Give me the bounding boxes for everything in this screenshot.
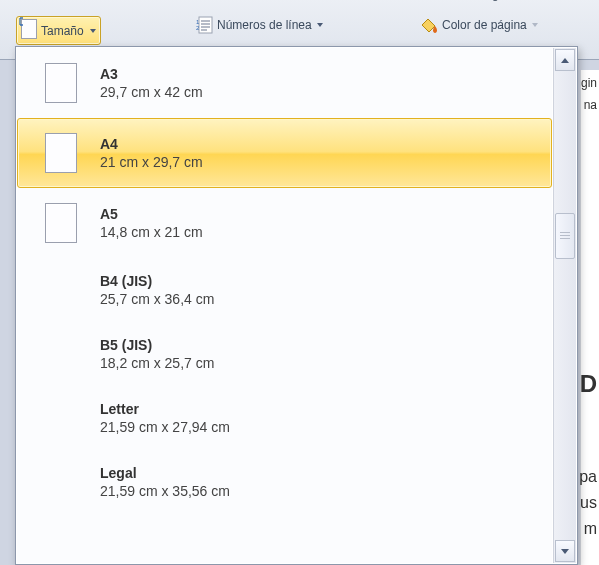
- size-option-dims: 29,7 cm x 42 cm: [100, 84, 203, 100]
- ribbon-saltos-cut: Saltos: [220, 0, 253, 1]
- page-icon: [40, 63, 82, 103]
- line-numbers-button[interactable]: 1 2 Números de línea: [196, 16, 323, 34]
- ribbon-orientation-cut: Orientación: [30, 0, 91, 1]
- size-option-name: B4 (JIS): [100, 273, 214, 289]
- size-option[interactable]: A514,8 cm x 21 cm: [17, 188, 552, 258]
- size-option-dims: 25,7 cm x 36,4 cm: [100, 291, 214, 307]
- size-option-dims: 21,59 cm x 35,56 cm: [100, 483, 230, 499]
- size-button-label: Tamaño: [41, 24, 84, 38]
- paint-bucket-icon: [419, 16, 439, 34]
- size-option[interactable]: Legal21,59 cm x 35,56 cm: [17, 450, 552, 514]
- scrollbar-track[interactable]: [555, 71, 575, 540]
- size-option-dims: 21,59 cm x 27,94 cm: [100, 419, 230, 435]
- page-icon: [40, 133, 82, 173]
- size-option-name: Legal: [100, 465, 230, 481]
- size-option[interactable]: B4 (JIS)25,7 cm x 36,4 cm: [17, 258, 552, 322]
- ribbon-marca-cut: Marca de agua: [432, 0, 512, 1]
- arrow-down-icon: [561, 549, 569, 554]
- size-option-dims: 14,8 cm x 21 cm: [100, 224, 203, 240]
- scroll-down-button[interactable]: [555, 540, 575, 562]
- page-color-label: Color de página: [442, 18, 527, 32]
- size-option-name: A5: [100, 206, 203, 222]
- page-size-icon: [21, 19, 37, 42]
- scrollbar-thumb[interactable]: [555, 213, 575, 259]
- size-option-name: Letter: [100, 401, 230, 417]
- size-option-name: A3: [100, 66, 203, 82]
- size-option-dims: 18,2 cm x 25,7 cm: [100, 355, 214, 371]
- scrollbar[interactable]: [553, 48, 576, 563]
- arrow-up-icon: [561, 58, 569, 63]
- size-option[interactable]: A329,7 cm x 42 cm: [17, 48, 552, 118]
- size-button[interactable]: Tamaño: [16, 16, 101, 45]
- size-option-name: A4: [100, 136, 203, 152]
- line-numbers-label: Números de línea: [217, 18, 312, 32]
- size-option[interactable]: A421 cm x 29,7 cm: [17, 118, 552, 188]
- size-option-dims: 21 cm x 29,7 cm: [100, 154, 203, 170]
- size-option-name: B5 (JIS): [100, 337, 214, 353]
- chevron-down-icon: [532, 23, 538, 27]
- chevron-down-icon: [90, 29, 96, 33]
- scroll-up-button[interactable]: [555, 49, 575, 71]
- size-option[interactable]: B5 (JIS)18,2 cm x 25,7 cm: [17, 322, 552, 386]
- page-icon: [40, 203, 82, 243]
- line-numbers-icon: 1 2: [196, 16, 214, 34]
- svg-rect-0: [199, 17, 212, 33]
- size-dropdown: A329,7 cm x 42 cmA421 cm x 29,7 cmA514,8…: [15, 46, 578, 565]
- document-background-sliver: gin na D pa us m: [581, 70, 599, 565]
- chevron-down-icon: [317, 23, 323, 27]
- size-option[interactable]: Letter21,59 cm x 27,94 cm: [17, 386, 552, 450]
- page-color-button[interactable]: Color de página: [419, 16, 538, 34]
